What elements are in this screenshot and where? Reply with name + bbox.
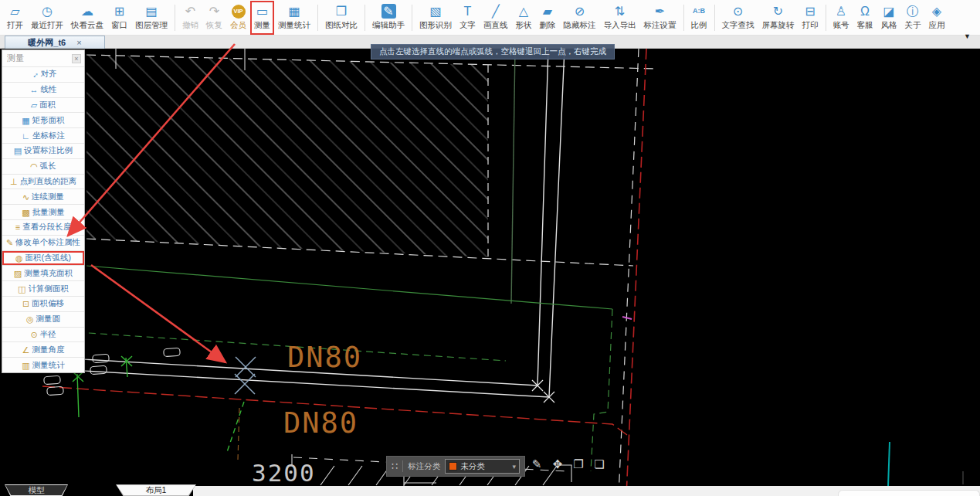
measure-tool-修改单个标注属性[interactable]: ✎ 修改单个标注属性 xyxy=(2,235,84,250)
toolbar-button-关于[interactable]: ⓘ 关于 xyxy=(901,1,925,35)
toolbar-button-编辑助手[interactable]: ✎ 编辑助手 xyxy=(368,1,409,35)
tab-model-space[interactable]: 模型 xyxy=(5,484,68,496)
tab-layout-label: 布局1 xyxy=(146,485,167,496)
measure-tool-设置标注比例[interactable]: ▤ 设置标注比例 xyxy=(2,143,84,158)
measure-panel-title: 测量 xyxy=(7,53,24,64)
green-dashed-line xyxy=(42,330,506,361)
window-icon: ⊞ xyxy=(114,4,124,19)
toolbar-button-文字查找[interactable]: ⊙ 文字查找 xyxy=(718,1,758,35)
measure-tool-计算侧面积[interactable]: ◫ 计算侧面积 xyxy=(2,280,84,296)
teal-vertical-line xyxy=(888,442,890,487)
toolbar-button-导入导出[interactable]: ⇅ 导入导出 xyxy=(600,1,640,35)
measure-tool-查看分段长度[interactable]: ≡ 查看分段长度 xyxy=(2,219,84,235)
grid-icon[interactable]: ∷ xyxy=(392,460,398,472)
measure-tool-面积(含弧线)[interactable]: ◍ 面积(含弧线) xyxy=(2,250,84,266)
close-icon[interactable]: × xyxy=(76,39,81,47)
measure-tool-面积[interactable]: ▱ 面积 xyxy=(2,97,84,113)
measure-tool-半径[interactable]: ⊙ 半径 xyxy=(2,327,84,342)
redo-icon: ↷ xyxy=(209,4,219,19)
category-dropdown[interactable]: 未分类 ▾ xyxy=(445,459,520,474)
pipe-label-dn80-2: DN80 xyxy=(283,406,358,440)
toolbar-button-屏幕旋转[interactable]: ↻ 屏幕旋转 xyxy=(758,1,799,35)
measure-tool-坐标标注[interactable]: ∟ 坐标标注 xyxy=(2,127,84,143)
account-icon: ♙ xyxy=(836,4,846,19)
measure-tool-连续测量[interactable]: ∿ 连续测量 xyxy=(2,189,84,204)
batch-measure-icon: ▩ xyxy=(22,208,29,217)
cad-viewer-app: ▱ 打开 ◷ 最近打开 ☁ 快看云盘 ⊞ 窗口 ▤ 图层管理 ↶ 撤销 ↷ 恢复 xyxy=(0,0,980,496)
green-solid-line xyxy=(86,266,612,309)
print-icon: ⊟ xyxy=(805,4,815,19)
edit-note-icon[interactable]: ✎ xyxy=(530,457,544,471)
toolbar-separator xyxy=(714,5,715,31)
measure-panel-list: ↔ 对齐 ↔ 线性 ▱ 面积 ▦ 矩形面积 ∟ 坐标标注 ▤ 设置标注比例 xyxy=(2,66,84,372)
measure-tool-测量填充面积[interactable]: ▨ 测量填充面积 xyxy=(2,265,84,280)
toolbar-button-文字[interactable]: T 文字 xyxy=(456,1,480,35)
toolbar-separator xyxy=(365,5,365,31)
toolbar-button-客服[interactable]: Ω 客服 xyxy=(853,1,877,35)
toolbar-button-会员[interactable]: VIP 会员 xyxy=(226,1,250,35)
fill-area-icon: ▨ xyxy=(14,269,22,278)
measure-tool-对齐[interactable]: ↔ 对齐 xyxy=(2,66,84,82)
toolbar-button-测量[interactable]: ▭ 测量 xyxy=(250,1,274,35)
toolbar-button-快看云盘[interactable]: ☁ 快看云盘 xyxy=(67,1,107,35)
toolbar-button-隐藏标注[interactable]: ⊘ 隐藏标注 xyxy=(560,1,600,35)
style-icon: ◪ xyxy=(883,4,894,19)
toolbar-button-删除[interactable]: ▰ 删除 xyxy=(536,1,560,35)
measure-tool-批量测量[interactable]: ▩ 批量测量 xyxy=(2,204,84,219)
toolbar-button-账号[interactable]: ♙ 账号 xyxy=(829,1,853,35)
area-offset-icon: ⊡ xyxy=(22,299,29,308)
copy-icon[interactable]: ❐ xyxy=(571,457,585,471)
toolbar-button-图纸对比[interactable]: ❐ 图纸对比 xyxy=(321,1,361,35)
tab-model-label: 模型 xyxy=(29,485,45,496)
scale-ratio-icon: A:B xyxy=(693,4,705,19)
endpoint-x-marker xyxy=(532,380,554,403)
toolbar-button-应用[interactable]: ◈ 应用 xyxy=(925,1,949,35)
support-icon: Ω xyxy=(860,4,870,19)
category-label: 标注分类 xyxy=(408,461,440,472)
toolbar-collapse-icon[interactable]: ▼ xyxy=(964,32,971,40)
toolbar-button-图形识别[interactable]: ▧ 图形识别 xyxy=(415,1,456,35)
measure-tool-矩形面积[interactable]: ▦ 矩形面积 xyxy=(2,112,84,127)
drawing-tab-active[interactable]: 暖外网_t6 × xyxy=(5,36,105,49)
toolbar-button-窗口[interactable]: ⊞ 窗口 xyxy=(107,1,131,35)
edit-assistant-icon: ✎ xyxy=(381,4,396,19)
drawing-tab-title: 暖外网_t6 xyxy=(28,37,66,49)
measure-tool-测量角度[interactable]: ∠ 测量角度 xyxy=(2,341,84,357)
shape-recognize-icon: ▧ xyxy=(429,4,441,19)
close-icon[interactable]: × xyxy=(72,54,81,63)
text-icon: T xyxy=(464,4,472,19)
cad-canvas[interactable]: DN80 DN80 3200 xyxy=(0,49,980,496)
move-icon[interactable]: ✥ xyxy=(551,457,565,471)
toolbar-button-标注设置[interactable]: ✒ 标注设置 xyxy=(640,1,680,35)
paste-icon[interactable]: ❏ xyxy=(592,457,606,471)
toolbar-button-形状[interactable]: △ 形状 xyxy=(512,1,536,35)
measure-tool-测量统计[interactable]: ▥ 测量统计 xyxy=(2,357,84,372)
hatched-area xyxy=(86,55,488,257)
toolbar-button-打印[interactable]: ⊟ 打印 xyxy=(799,1,822,35)
rect-area-icon: ▦ xyxy=(22,116,29,125)
green-dashed-boundary xyxy=(591,309,612,471)
measure-tool-面积偏移[interactable]: ⊡ 面积偏移 xyxy=(2,296,84,311)
toolbar-button-图层管理[interactable]: ▤ 图层管理 xyxy=(131,1,171,35)
scale-setting-icon: ▤ xyxy=(14,146,22,155)
toolbar-button-打开[interactable]: ▱ 打开 xyxy=(3,1,27,35)
radius-icon: ⊙ xyxy=(30,330,37,339)
toolbar-button-恢复[interactable]: ↷ 恢复 xyxy=(202,1,226,35)
toolbar-button-最近打开[interactable]: ◷ 最近打开 xyxy=(27,1,67,35)
measure-tool-弧长[interactable]: ◠ 弧长 xyxy=(2,158,84,174)
measure-tool-线性[interactable]: ↔ 线性 xyxy=(2,82,84,97)
measure-tool-测量圆[interactable]: ◎ 测量圆 xyxy=(2,311,84,327)
about-icon: ⓘ xyxy=(907,4,919,19)
layers-icon: ▤ xyxy=(145,4,157,19)
tab-layout1[interactable]: 布局1 xyxy=(116,484,196,496)
toolbar-button-撤销[interactable]: ↶ 撤销 xyxy=(178,1,202,35)
toolbar-button-比例[interactable]: A:B 比例 xyxy=(687,1,711,35)
command-tooltip-text: 点击左键选择直线的端点或弧线，空格键退回上一点，右键完成 xyxy=(379,46,606,57)
cloud-icon: ☁ xyxy=(81,4,93,19)
toolbar-button-风格[interactable]: ◪ 风格 xyxy=(877,1,901,35)
magenta-tick xyxy=(622,317,632,319)
main-toolbar: ▱ 打开 ◷ 最近打开 ☁ 快看云盘 ⊞ 窗口 ▤ 图层管理 ↶ 撤销 ↷ 恢复 xyxy=(0,0,980,36)
measure-tool-点到直线的距离[interactable]: ⊥ 点到直线的距离 xyxy=(2,174,84,189)
toolbar-button-测量统计[interactable]: ▦ 测量统计 xyxy=(274,1,314,35)
toolbar-button-画直线[interactable]: ╱ 画直线 xyxy=(480,1,512,35)
